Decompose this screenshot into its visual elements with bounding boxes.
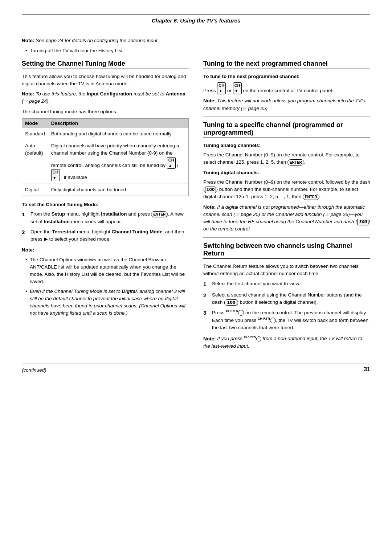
- analog-text: Press the Channel Number (0–9) on the re…: [203, 151, 370, 166]
- cr-step-3: 3 Press CH RTN on the remote control. Th…: [203, 309, 370, 331]
- channel-return-note: Note: If you press CH RTN from a non-ant…: [203, 335, 370, 350]
- table-row: Auto (default) Digital channels will hav…: [22, 140, 189, 184]
- mode-table: Mode Description Standard Both analog an…: [22, 118, 189, 196]
- next-channel-note: Note: This feature will not work unless …: [203, 97, 370, 112]
- table-cell-desc-digital: Only digital channels can be tuned: [48, 184, 188, 196]
- top-bullet-item: Turning off the TV will clear the Histor…: [25, 47, 370, 54]
- set-mode-heading: To set the Channel Tuning Mode:: [22, 201, 189, 208]
- left-column: Setting the Channel Tuning Mode This fea…: [22, 60, 189, 353]
- chapter-header: Chapter 6: Using the TV's features: [22, 15, 370, 26]
- digital-heading: Tuning digital channels:: [203, 169, 370, 176]
- step-1: 1 From the Setup menu, highlight Install…: [22, 210, 189, 225]
- table-cell-mode-digital: Digital: [22, 184, 48, 196]
- channel-return-title: Switching between two channels using Cha…: [203, 242, 370, 259]
- channel-return-steps: 1 Select the first channel you want to v…: [203, 280, 370, 331]
- setting-channel-title: Setting the Channel Tuning Mode: [22, 60, 189, 69]
- channel-return-intro: The Channel Return feature allows you to…: [203, 263, 370, 278]
- setting-note: Note: To use this feature, the Input Con…: [22, 90, 189, 105]
- table-cell-mode-standard: Standard: [22, 128, 48, 140]
- cr-step-2: 2 Select a second channel using the Chan…: [203, 291, 370, 306]
- top-bullet-list: Turning off the TV will clear the Histor…: [22, 47, 370, 54]
- table-row: Standard Both analog and digital channel…: [22, 128, 189, 140]
- table-cell-mode-auto: Auto (default): [22, 140, 48, 184]
- step-2: 2 Open the Terrestrial menu, highlight C…: [22, 228, 189, 243]
- table-cell-desc-auto: Digital channels will have priority when…: [48, 140, 188, 184]
- table-header-mode: Mode: [22, 118, 48, 128]
- next-channel-subheading: To tune to the next programmed channel:: [203, 73, 370, 80]
- setting-intro: This feature allows you to choose how tu…: [22, 73, 189, 88]
- note-bullet-2: Even if the Channel Tuning Mode is set t…: [25, 288, 189, 317]
- note-label: Note:: [22, 246, 189, 254]
- cr-step-1: 1 Select the first channel you want to v…: [203, 280, 370, 289]
- analog-heading: Tuning analog channels:: [203, 142, 370, 149]
- next-channel-title: Tuning to the next programmed channel: [203, 60, 370, 69]
- page-footer: (continued) 31: [22, 364, 370, 373]
- continued-text: (continued): [22, 367, 46, 373]
- note-bullets: The Channel Options windows as well as t…: [22, 256, 189, 317]
- specific-channel-title: Tuning to a specific channel (programmed…: [203, 121, 370, 138]
- table-row: Digital Only digital channels can be tun…: [22, 184, 189, 196]
- table-header-desc: Description: [48, 118, 188, 128]
- note-bullet-1: The Channel Options windows as well as t…: [25, 256, 189, 286]
- table-cell-desc-standard: Both analog and digital channels can be …: [48, 128, 188, 140]
- digital-text: Press the Channel Number (0–9) on the re…: [203, 179, 370, 201]
- top-note: Note: See page 24 for details on configu…: [22, 37, 370, 55]
- table-intro: The channel tuning mode has three option…: [22, 108, 189, 115]
- next-channel-text: Press CH▲ or CH▼ on the remote control o…: [203, 82, 370, 95]
- digital-note: Note: If a digital channel is not progra…: [203, 204, 370, 233]
- right-column: Tuning to the next programmed channel To…: [203, 60, 370, 353]
- set-mode-steps: 1 From the Setup menu, highlight Install…: [22, 210, 189, 243]
- page-number: 31: [364, 366, 370, 373]
